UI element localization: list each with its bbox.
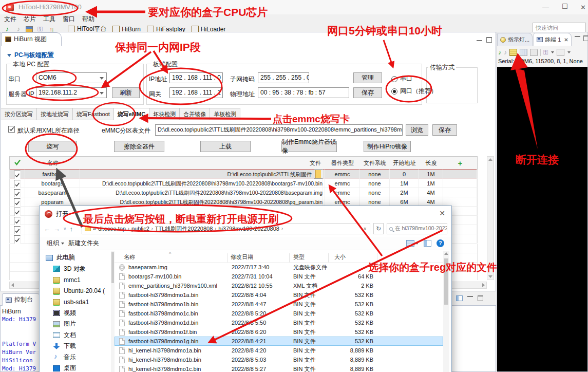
manage-button[interactable]: 管理 — [353, 72, 382, 83]
view-maximize-icon[interactable] — [486, 37, 492, 43]
breadcrumb-dropdown-icon[interactable]: ∨ — [363, 226, 367, 231]
sidebar-item[interactable]: usb-sda1 — [44, 296, 111, 308]
back-icon[interactable]: ← — [44, 225, 50, 233]
section-pc-board-config[interactable]: PC与板端配置 — [7, 51, 54, 60]
terminal-scrollback-icon[interactable] — [520, 49, 527, 56]
right-panel-maximize-icon[interactable] — [583, 35, 588, 41]
dialog-close-icon[interactable]: ✕ — [439, 210, 445, 217]
radio-serial[interactable]: 串口 — [391, 75, 412, 83]
xml-save-button[interactable]: 保存 — [432, 124, 457, 136]
close-button[interactable]: ✕ — [580, 4, 586, 11]
burn-tab[interactable]: 坏块检测 — [149, 108, 180, 120]
file-row[interactable]: fastboot-hi3798mdmo1f.bin 2022/8/8 6:20 … — [115, 327, 443, 337]
terminal-settings-icon[interactable] — [509, 49, 517, 56]
row-checkbox[interactable] — [14, 180, 21, 188]
menu-item[interactable]: 帮助 — [82, 15, 94, 24]
recent-locations-icon[interactable]: ∨ — [63, 226, 67, 231]
organize-button[interactable]: 组织 — [47, 239, 64, 248]
serial-port-combo[interactable]: COM6 — [36, 72, 107, 83]
row-checkbox[interactable] — [14, 189, 21, 197]
sidebar-item[interactable]: 桌面 — [44, 363, 111, 372]
action-button[interactable]: 擦除全器件 — [114, 141, 164, 152]
help-icon[interactable]: ? — [437, 239, 444, 247]
action-button[interactable]: 上载 — [200, 141, 251, 152]
xml-path-input[interactable]: D:\dl.ecoo.top\public2\TTL线刷固件20220808\h… — [155, 124, 403, 136]
sidebar-item[interactable]: Ubuntu-20.04 ( — [44, 286, 111, 297]
console-pin-icon[interactable] — [456, 295, 463, 301]
minimize-button[interactable]: — — [542, 4, 549, 11]
file-row[interactable]: baseparam.img 2022/7/17 3:40 光盘映像文件 — [115, 263, 443, 272]
search-input[interactable]: 在 hi3798mv100-2022080... — [387, 223, 447, 234]
action-button[interactable]: 制作Emmc烧片器镜像 — [281, 141, 337, 152]
refresh-icon[interactable]: ↻ — [373, 223, 384, 234]
new-folder-button[interactable]: 新建文件夹 — [68, 239, 99, 248]
column-date[interactable]: 修改日期 — [231, 253, 253, 261]
forward-icon[interactable]: → — [53, 225, 60, 233]
terminal-plug-icon[interactable]: ⚿ — [543, 49, 548, 56]
breadcrumb-segment[interactable]: hi3798mv100-20220808 › — [218, 225, 283, 233]
breadcrumb-segment[interactable]: TTL线刷固件20220808 › — [155, 225, 217, 233]
partition-row[interactable]: bootargs D:\dl.ecoo.top\public2\TTL线刷固件2… — [9, 179, 478, 188]
column-type[interactable]: 类型 — [293, 253, 305, 261]
sidebar-item[interactable]: mmc1 — [44, 274, 111, 286]
partition-row[interactable]: fastboot D:\dl.ecoo.top\public2\TTL线刷固件 … — [9, 170, 478, 179]
sidebar-item[interactable]: 下载 — [44, 341, 111, 352]
file-row[interactable]: fastboot-hi3798mdmo1b.bin 2022/8/8 4:47 … — [115, 300, 443, 309]
terminal-lock-icon[interactable] — [530, 49, 538, 56]
board-ip-input[interactable]: 192 . 168 . 111 . 0 — [169, 72, 223, 83]
row-checkbox[interactable] — [14, 198, 21, 207]
view-minimize-icon[interactable] — [477, 40, 482, 45]
view-mode-button[interactable] — [406, 240, 419, 247]
gateway-input[interactable]: 192 . 168 . 111 . 1 — [169, 87, 223, 98]
up-icon[interactable]: ↑ — [70, 225, 73, 233]
burn-tab[interactable]: 单板检测 — [210, 108, 240, 120]
burn-tab[interactable]: 按地址烧写 — [37, 108, 73, 120]
file-row[interactable]: fastboot-hi3798mdmo1a.bin 2022/8/8 4:04 … — [115, 290, 443, 300]
breadcrumb-segment[interactable]: dl.ecoo.top › — [98, 225, 129, 233]
vertical-scrollbar[interactable] — [487, 156, 494, 280]
file-row[interactable]: hi_kernel-hi3798mdmo1c.bin 2022/8/8 5:27… — [115, 364, 443, 372]
right-panel-minimize-icon[interactable] — [575, 36, 580, 41]
burn-tab[interactable]: 按分区烧写 — [1, 108, 37, 120]
file-list-scrollbar[interactable] — [443, 251, 449, 372]
server-ip-combo[interactable]: 192.168.111.2 — [36, 87, 107, 98]
sidebar-item[interactable]: 文档 — [44, 330, 111, 341]
sidebar-item[interactable]: 音乐 — [44, 352, 111, 363]
terminal-new-icon[interactable] — [557, 49, 564, 56]
terminal-tab-close-icon[interactable]: ✕ — [564, 37, 568, 43]
menu-item[interactable]: 工具 — [43, 15, 55, 24]
sidebar-scrollbar[interactable] — [111, 251, 115, 372]
add-row-icon[interactable]: + — [443, 159, 477, 168]
terminal-disconnect-icon[interactable]: ♪ — [504, 49, 507, 56]
console-maximize-icon[interactable] — [478, 295, 483, 301]
sidebar-item[interactable]: 图片 — [44, 319, 111, 330]
subnet-input[interactable]: 255 . 255 . 255 . 0 — [258, 72, 309, 83]
burn-tab[interactable]: 合并镜像 — [180, 108, 210, 120]
tab-console[interactable]: 控制台 — [2, 293, 41, 306]
file-row[interactable]: emmc_partitions_hi3798mv100.xml 2022/8/1… — [115, 281, 443, 290]
browse-button[interactable]: 浏览 — [406, 124, 428, 136]
row-checkbox[interactable] — [14, 171, 21, 179]
board-save-button[interactable]: 保存 — [353, 87, 382, 98]
breadcrumb-segment[interactable]: public2 › — [131, 225, 153, 233]
burn-tab[interactable]: 烧写eMMC — [114, 108, 149, 120]
row-checkbox[interactable] — [14, 217, 21, 225]
file-row[interactable]: fastboot-hi3798mdmo1c.bin 2022/8/8 5:20 … — [115, 309, 443, 318]
breadcrumb[interactable]: « dl.ecoo.top › public2 › — [82, 223, 370, 234]
row-checkbox[interactable] — [14, 208, 21, 216]
action-button[interactable]: 制作HiPro镜像 — [364, 141, 411, 152]
row-checkbox[interactable] — [14, 235, 21, 244]
terminal-connect-icon[interactable]: ♪ — [498, 49, 501, 56]
tab-terminal-1[interactable]: 终端 1 ✕ — [534, 33, 572, 46]
partition-row[interactable]: baseparam D:\dl.ecoo.top\public2\TTL线刷固件… — [9, 188, 478, 197]
tab-indicator-lights[interactable]: 指示灯... — [497, 33, 533, 46]
menu-item[interactable]: 芯片 — [24, 15, 36, 24]
column-size[interactable]: 大小 — [334, 253, 346, 261]
sidebar-item[interactable]: 此电脑 — [44, 252, 111, 264]
row-checkbox[interactable] — [14, 226, 21, 234]
refresh-button[interactable]: 刷新 — [112, 87, 140, 98]
file-row[interactable]: hi_kernel-hi3798mdmo1b.bin 2022/8/8 5:03… — [115, 355, 443, 364]
menu-item[interactable]: 文件 — [4, 15, 16, 24]
preview-pane-icon[interactable] — [424, 240, 431, 247]
action-button[interactable]: 烧写 — [28, 141, 77, 152]
